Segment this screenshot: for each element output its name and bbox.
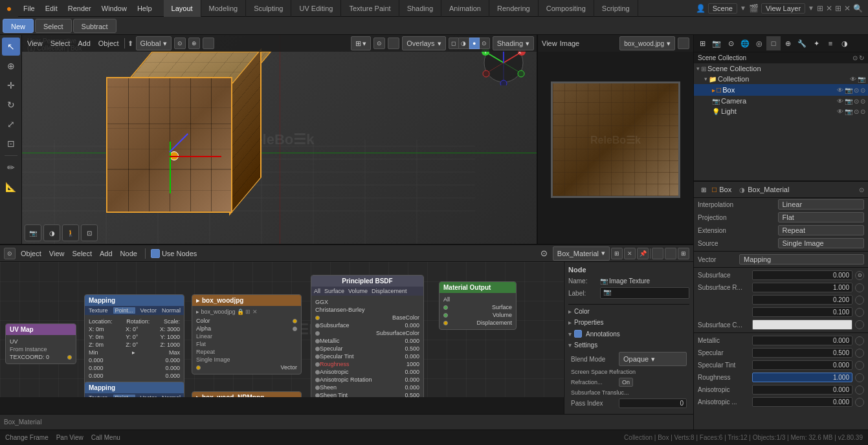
node-pin-btn[interactable]: 📌	[637, 248, 649, 259]
anisotropic-value[interactable]: 0.000	[752, 385, 852, 395]
node-label-input[interactable]: 📷	[600, 287, 689, 299]
workspace-shading[interactable]: Shading	[399, 0, 441, 17]
workspace-sculpting[interactable]: Sculpting	[246, 0, 291, 17]
mapping-node-1[interactable]: Mapping TexturePoint...VectorNormal Loca…	[84, 294, 184, 391]
node-node-menu[interactable]: Node	[118, 250, 140, 257]
subtract-button[interactable]: Subtract	[73, 19, 117, 33]
proportional-edit[interactable]: ⊕	[188, 38, 200, 49]
measure-tool-icon[interactable]: 📐	[2, 178, 20, 196]
image-file-selector[interactable]: box_wood.jpg▾	[619, 36, 675, 50]
workspace-modeling[interactable]: Modeling	[201, 0, 247, 17]
outliner-item-light[interactable]: 💡 Light 👁 📷 ⊙ ⊙	[694, 106, 868, 116]
metallic-value[interactable]: 0.000	[752, 336, 852, 345]
menu-help[interactable]: Help	[132, 0, 157, 17]
prop-extra-icon[interactable]: ⊙	[859, 186, 864, 193]
camera-visible-icon[interactable]: 👁	[837, 98, 843, 105]
node-canvas[interactable]: ReleBo☰k	[0, 262, 564, 397]
select-tool-icon[interactable]: ↖	[2, 38, 20, 56]
prop-expand-icon[interactable]: ⊞	[698, 184, 709, 195]
roughness-dot[interactable]	[855, 373, 864, 382]
snap-toggle[interactable]: ⊙	[174, 38, 186, 49]
anisotropic-r-value[interactable]: 0.000	[752, 397, 852, 407]
principled-bsdf-node[interactable]: Principled BSDF AllSurfaceVolumeDisplace…	[311, 275, 424, 397]
ss-g-dot[interactable]	[855, 296, 864, 305]
outliner-item-camera[interactable]: 📷 Camera 👁 📷 ⊙ ⊙	[694, 96, 868, 106]
workspace-texture-paint[interactable]: Texture Paint	[341, 0, 399, 17]
viewport-extra-btn[interactable]: ⊙	[480, 38, 490, 49]
subsurface-c-color[interactable]	[752, 320, 852, 330]
properties-scene-icon[interactable]: 🌐	[738, 36, 752, 50]
annotations-checkbox[interactable]	[574, 330, 582, 338]
annotate-tool-icon[interactable]: ✏	[2, 158, 20, 177]
transform-tool-icon[interactable]: ⊡	[2, 135, 20, 153]
workspace-scripting[interactable]: Scripting	[594, 0, 638, 17]
color-section-header[interactable]: ▸ Color	[568, 306, 689, 317]
subsurface-value[interactable]: 0.000	[752, 270, 852, 280]
material-output-node[interactable]: Material Output All Surface Volume Displ…	[439, 281, 517, 330]
uv-map-node-1[interactable]: UV Map UV From Instance TEXCOORD: 0	[5, 323, 76, 364]
viewport-display-dropdown[interactable]: ⊞▾	[351, 36, 371, 50]
workspace-rendering[interactable]: Rendering	[489, 0, 539, 17]
node-editor-type-icon[interactable]: ⊙	[4, 248, 16, 259]
node-delete-btn[interactable]: ✕	[624, 248, 636, 259]
use-nodes-checkbox[interactable]	[151, 249, 160, 258]
properties-modifier-icon[interactable]: 🔧	[795, 36, 809, 50]
node-select-menu[interactable]: Select	[69, 250, 95, 257]
subsurface-r-value[interactable]: 1.000	[752, 283, 852, 292]
overlay-btn[interactable]: ⊙	[373, 38, 385, 49]
img-tex-node-1[interactable]: ▸ box_woodjpg ▸ box_woodjpg 🔒 ⊞ ✕ Color …	[192, 294, 302, 374]
workspace-compositing[interactable]: Compositing	[539, 0, 594, 17]
node-settings-btn[interactable]	[665, 248, 676, 259]
spec-tint-dot[interactable]	[855, 361, 864, 370]
workspace-layout[interactable]: Layout	[164, 0, 201, 17]
settings-section-header[interactable]: ▾ Settings	[568, 340, 689, 351]
img-tex-node-2[interactable]: ▸ box_wood_NRMpng ▸ box_wood_NRM... 🔒 ⊞ …	[192, 391, 302, 397]
viewport-shading-icon[interactable]: ◑	[43, 224, 60, 241]
viewport-rendered-btn[interactable]: ●	[469, 38, 480, 49]
node-copy-btn[interactable]: ⊞	[611, 248, 623, 259]
ss-r-dot[interactable]	[855, 283, 864, 292]
properties-particles-icon[interactable]: ✦	[809, 36, 823, 50]
node-add-menu[interactable]: Add	[97, 250, 115, 257]
add-menu[interactable]: Add	[75, 39, 93, 47]
shading-dropdown[interactable]: Shading▾	[493, 36, 534, 50]
box-extra-icon[interactable]: ⊙	[854, 87, 859, 94]
mapping-node-2[interactable]: Mapping TexturePoint...VectorNormal Loca…	[84, 382, 184, 397]
transform-orient-dropdown[interactable]: Global▾	[136, 36, 172, 50]
viewport-mat-btn[interactable]: ◑	[459, 38, 469, 49]
camera-render-icon[interactable]: 📷	[845, 98, 852, 105]
node-extra-btn[interactable]	[652, 248, 663, 259]
cursor-tool-icon[interactable]: ⊕	[2, 57, 20, 75]
vp-extra-icon[interactable]: ⊡	[81, 224, 98, 241]
view-menu[interactable]: View	[25, 39, 45, 47]
node-grid-btn[interactable]: ⊞	[678, 248, 689, 259]
use-nodes-toggle[interactable]: Use Nodes	[151, 249, 197, 258]
specular-value[interactable]: 0.500	[752, 348, 852, 358]
menu-render[interactable]: Render	[63, 0, 96, 17]
new-button[interactable]: New	[3, 19, 34, 33]
ss-b-dot[interactable]	[855, 308, 864, 317]
specular-dot[interactable]	[855, 349, 864, 358]
vector-dropdown[interactable]: Mapping	[739, 254, 864, 265]
camera-extra-icon[interactable]: ⊙	[854, 98, 859, 105]
light-render-icon[interactable]: 📷	[845, 108, 852, 115]
outliner-item-collection[interactable]: ▾ 📁 Collection 👁 📷	[694, 74, 868, 84]
aniso-r-dot[interactable]	[855, 398, 864, 407]
extension-dropdown[interactable]: Repeat	[778, 225, 865, 235]
camera-view-icon[interactable]: 📷	[25, 224, 41, 241]
subsurface-b-value[interactable]: 0.100	[752, 307, 852, 317]
annotations-section-header[interactable]: ▾ Annotations	[568, 328, 689, 340]
source-dropdown[interactable]: Single Image	[778, 238, 865, 248]
move-tool-icon[interactable]: ✛	[2, 76, 20, 94]
metallic-dot[interactable]	[855, 336, 864, 345]
ss-c-dot[interactable]	[855, 320, 864, 329]
box-visible-icon[interactable]: 👁	[837, 87, 843, 94]
menu-window[interactable]: Window	[96, 0, 132, 17]
properties-object-icon[interactable]: □	[766, 36, 781, 50]
properties-render-icon[interactable]: 📷	[709, 36, 724, 50]
overlays-dropdown[interactable]: Overlays▾	[402, 36, 445, 50]
viewport-solid-btn[interactable]: ◻	[449, 38, 459, 49]
workspace-uv[interactable]: UV Editing	[291, 0, 341, 17]
node-name-value[interactable]: 📷 Image Texture	[600, 277, 689, 285]
interpolation-dropdown[interactable]: Linear	[778, 199, 865, 210]
